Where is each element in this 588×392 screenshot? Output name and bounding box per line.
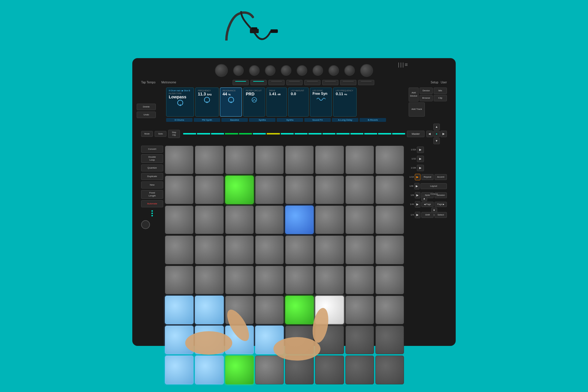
- pad-r1-c7[interactable]: [375, 176, 404, 204]
- transport-btn-8[interactable]: [358, 80, 374, 85]
- nav-down[interactable]: ▼: [433, 138, 440, 144]
- transport-btn-6[interactable]: [322, 80, 338, 85]
- pad-r7-c7[interactable]: [375, 356, 404, 384]
- transport-btn-7[interactable]: [340, 80, 356, 85]
- pad-r1-c1[interactable]: [195, 176, 223, 204]
- pad-r6-c2[interactable]: [225, 326, 254, 354]
- nav-center[interactable]: ●: [433, 131, 440, 137]
- scene-1-32t-button[interactable]: ▶: [417, 147, 424, 153]
- select-button[interactable]: Select: [435, 212, 447, 218]
- pad-r3-c5[interactable]: [315, 235, 344, 264]
- pad-r2-c2[interactable]: [225, 206, 254, 234]
- solo-button[interactable]: Solo: [155, 131, 166, 137]
- pad-r5-c1[interactable]: [195, 296, 223, 324]
- add-device-button[interactable]: Add Device: [409, 88, 419, 102]
- pad-r2-c3[interactable]: [255, 206, 284, 234]
- pad-r5-c6[interactable]: [345, 296, 374, 324]
- circle-button[interactable]: [141, 220, 150, 229]
- pad-r5-c4[interactable]: [285, 296, 314, 324]
- pad-r6-c4[interactable]: [285, 326, 314, 354]
- master-button[interactable]: Master: [407, 131, 425, 137]
- right-master-knob[interactable]: [360, 64, 373, 77]
- pad-r0-c6[interactable]: [345, 146, 374, 174]
- pad-r4-c5[interactable]: [315, 266, 344, 294]
- knob-6[interactable]: [313, 65, 323, 76]
- transport-btn-3[interactable]: [268, 80, 285, 85]
- pad-r0-c1[interactable]: [195, 146, 223, 174]
- pad-r5-c0[interactable]: [165, 296, 193, 324]
- pad-r7-c1[interactable]: [195, 356, 223, 384]
- pad-r2-c5[interactable]: [315, 206, 344, 234]
- pad-r0-c5[interactable]: [315, 146, 344, 174]
- nav-left[interactable]: ◀: [426, 131, 433, 137]
- scene-1-8t-button[interactable]: ▶: [414, 183, 420, 189]
- pad-r6-c3[interactable]: [255, 326, 284, 354]
- pad-r5-c5[interactable]: [315, 296, 344, 324]
- knob-8[interactable]: [344, 65, 355, 76]
- pad-r2-c6[interactable]: [345, 206, 374, 234]
- knob-2[interactable]: [249, 65, 260, 76]
- pad-r3-c7[interactable]: [375, 235, 404, 264]
- pad-r5-c3[interactable]: [255, 296, 284, 324]
- scene-1-8-button[interactable]: ▶: [415, 192, 420, 198]
- pad-r2-c7[interactable]: [375, 206, 404, 234]
- page-right-button[interactable]: Page ▶: [435, 202, 447, 207]
- duplicate-button[interactable]: Duplicate: [141, 173, 163, 180]
- nav-up[interactable]: ▲: [433, 124, 440, 130]
- device-button[interactable]: Device: [420, 88, 433, 94]
- pad-r0-c2[interactable]: [225, 146, 254, 174]
- undo-button[interactable]: Undo: [137, 112, 156, 118]
- nav-right[interactable]: ▶: [440, 131, 447, 137]
- pad-r1-c4[interactable]: [285, 176, 314, 204]
- pad-r5-c2[interactable]: [225, 296, 254, 324]
- pad-r4-c1[interactable]: [195, 266, 223, 294]
- repeat-button[interactable]: Repeat: [421, 174, 434, 180]
- pad-r1-c2[interactable]: [225, 176, 254, 204]
- pad-r2-c0[interactable]: [165, 206, 193, 234]
- browse-button[interactable]: Browse: [420, 95, 433, 101]
- pad-r4-c3[interactable]: [255, 266, 284, 294]
- automate-button[interactable]: Automate: [141, 200, 163, 207]
- transport-btn-1[interactable]: [233, 80, 249, 85]
- pad-r1-c3[interactable]: [255, 176, 284, 204]
- master-knob[interactable]: [215, 64, 228, 77]
- pad-r2-c1[interactable]: [195, 206, 223, 234]
- pad-r1-c0[interactable]: [165, 176, 193, 204]
- scene-1-4-button[interactable]: ▶: [415, 212, 420, 218]
- pad-r0-c4[interactable]: [285, 146, 314, 174]
- shift-button[interactable]: Shift: [421, 212, 434, 218]
- pad-r6-c6[interactable]: [345, 326, 374, 354]
- pad-r3-c3[interactable]: [255, 235, 284, 264]
- scene-1-32-button[interactable]: ▶: [417, 156, 424, 162]
- pad-r7-c5[interactable]: [315, 356, 344, 384]
- octave-up-button[interactable]: ▲: [421, 196, 427, 201]
- pad-r4-c7[interactable]: [375, 266, 404, 294]
- pad-r0-c0[interactable]: [165, 146, 193, 174]
- page-left-button[interactable]: ◀ Page: [421, 202, 434, 207]
- pad-r5-c7[interactable]: [375, 296, 404, 324]
- quantize-button[interactable]: Quantize: [141, 164, 163, 171]
- transport-btn-5[interactable]: [304, 80, 320, 85]
- pad-r3-c0[interactable]: [165, 235, 193, 264]
- layout-button[interactable]: Layout: [420, 183, 447, 189]
- pad-r4-c2[interactable]: [225, 266, 254, 294]
- pad-r7-c2[interactable]: [225, 356, 254, 384]
- pad-r6-c5[interactable]: [315, 326, 344, 354]
- pad-r4-c0[interactable]: [165, 266, 193, 294]
- pad-r7-c4[interactable]: [285, 356, 314, 384]
- pad-r1-c5[interactable]: [315, 176, 344, 204]
- pad-r6-c0[interactable]: [165, 326, 193, 354]
- knob-3[interactable]: [265, 65, 275, 76]
- pad-r7-c3[interactable]: [255, 356, 284, 384]
- pad-r6-c1[interactable]: [195, 326, 223, 354]
- scene-1-4t-button[interactable]: ▶: [415, 201, 420, 208]
- knob-1[interactable]: [233, 65, 244, 76]
- pad-r3-c4[interactable]: [285, 235, 314, 264]
- pad-r1-c6[interactable]: [345, 176, 374, 204]
- pad-r7-c6[interactable]: [345, 356, 374, 384]
- pad-r3-c2[interactable]: [225, 235, 254, 264]
- scene-1-16t-button[interactable]: ▶: [417, 165, 424, 171]
- mute-button[interactable]: Mute: [141, 131, 153, 137]
- pad-r7-c0[interactable]: [165, 356, 193, 384]
- double-loop-button[interactable]: DoubleLoop: [141, 154, 163, 163]
